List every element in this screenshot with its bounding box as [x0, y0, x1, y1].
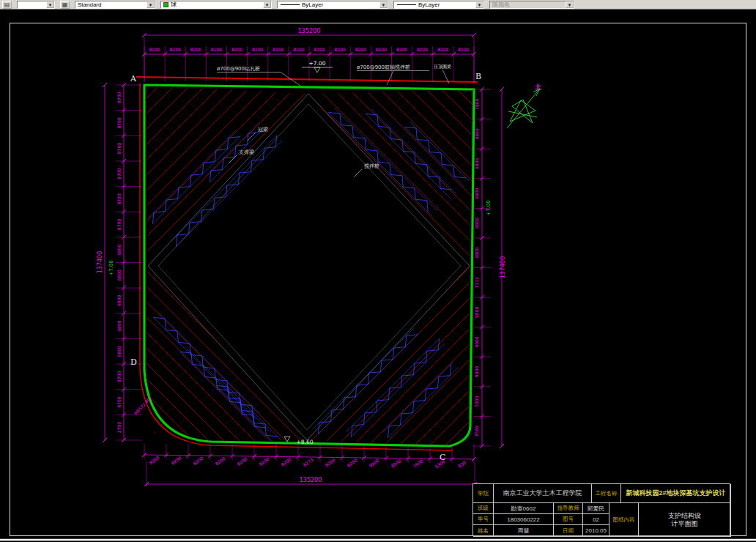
elevation-top: +7.00: [309, 60, 326, 67]
project-value: 新城科技园2#地块深基坑支护设计: [621, 484, 731, 503]
class-value: 勘查0602: [494, 503, 554, 514]
dim-label: 8700: [116, 396, 122, 407]
lineweight-value: ByLayer: [416, 1, 475, 8]
linetype-preview-icon: [281, 4, 300, 5]
dim-label: 137400: [97, 251, 103, 274]
mixing-pile-label: 搅拌桩: [364, 163, 379, 169]
dim-label: 6800: [116, 346, 122, 357]
dim-label: 6800: [116, 295, 122, 306]
linetype-combo[interactable]: ByLayer ▼: [277, 1, 388, 9]
dim-label: 8200: [170, 47, 181, 52]
dim-label: 9900: [368, 458, 380, 469]
dim-label: 135200: [298, 28, 321, 34]
lineweight-combo[interactable]: ByLayer ▼: [393, 1, 484, 9]
dim-label: 8200: [314, 47, 325, 52]
dim-label: 8200: [293, 47, 304, 52]
dim-label: 9000: [474, 366, 479, 377]
chevron-down-icon: ▼: [566, 1, 574, 8]
corner-label-c: C: [440, 453, 445, 462]
elevation-right: +7.00: [486, 200, 492, 215]
title-block: 学院 南京工业大学土木工程学院 工程名称 新城科技园2#地块深基坑支护设计 班级…: [472, 483, 730, 536]
dim-label: 8200: [231, 47, 242, 52]
dim-label: 8200: [273, 47, 284, 52]
draw-tool-icon[interactable]: ▤: [2, 1, 12, 9]
pit-outline: [144, 85, 474, 446]
content-line-1: 支护结构设: [668, 512, 701, 520]
dim-label: 2700: [116, 422, 122, 433]
date-label: 日期: [554, 525, 583, 537]
dim-label: 6800: [116, 320, 122, 331]
cap-beam-label: 压顶圈梁: [434, 64, 451, 70]
dim-label: 8200: [214, 456, 226, 467]
chevron-down-icon[interactable]: ▼: [379, 1, 388, 8]
layers-icon[interactable]: ▦: [60, 1, 70, 9]
project-label: 工程名称: [592, 484, 621, 503]
content-label: 图纸内容: [609, 503, 639, 537]
brace-truss: [366, 114, 452, 190]
brace-beam-label: 支撑梁: [239, 149, 254, 155]
dim-label: 830: [457, 459, 467, 468]
chevron-down-icon[interactable]: ▼: [46, 1, 54, 8]
dim-label: 6800: [116, 270, 122, 281]
dim-label: 8200: [376, 47, 387, 52]
dim-label: 8200: [236, 456, 248, 467]
dim-label: 7113: [474, 277, 479, 288]
dim-label: 135200: [300, 477, 322, 483]
student-id-label: 学号: [473, 514, 494, 525]
linetype-value: ByLayer: [300, 1, 379, 8]
content-value: 支护结构设 计平面图: [639, 503, 731, 537]
brace-trusses: [147, 107, 469, 445]
chevron-down-icon[interactable]: ▼: [475, 1, 483, 8]
dim-label: 8200: [211, 47, 222, 52]
text-style-value: Standard: [75, 1, 147, 8]
dim-label: 8200: [252, 47, 263, 52]
layer-combo[interactable]: 球 ▼: [160, 1, 272, 9]
dim-label: 8700: [116, 371, 122, 382]
dim-label: 9000: [474, 307, 479, 318]
layer-color-chip: [163, 2, 168, 7]
north-arrow-icon: [507, 89, 540, 128]
chevron-down-icon[interactable]: ▼: [263, 1, 271, 8]
dim-label: 6800: [474, 218, 479, 229]
school-value: 南京工业大学土木工程学院: [494, 484, 592, 503]
brace-truss: [217, 386, 278, 437]
fillet-radius-label: R8572.40: [133, 396, 152, 415]
mixing-pile-row-label: ø700@900双轴搅拌桩: [357, 64, 410, 70]
dim-label: 8700: [116, 143, 122, 154]
text-style-combo[interactable]: Standard ▼: [75, 1, 155, 9]
dim-label: 7800: [474, 98, 479, 109]
dim-label: 8200: [258, 456, 270, 467]
student-id-value: 1803060222: [494, 514, 554, 525]
dim-label: 8200: [458, 47, 469, 52]
dim-label: 8700: [116, 92, 122, 103]
dim-label: 8700: [116, 219, 122, 230]
advisor-value: 郭爱民: [583, 503, 609, 514]
class-label: 班级: [473, 503, 494, 514]
drawing-canvas[interactable]: 1352008200820082008200820082008200820082…: [0, 10, 756, 542]
school-label: 学院: [473, 484, 494, 503]
dim-label: 8360: [148, 455, 160, 466]
dim-label: 8200: [335, 47, 346, 52]
quick-select-combo[interactable]: ▼: [17, 1, 55, 9]
bored-pile-label: ø700@900钻孔桩: [217, 65, 260, 72]
content-line-2: 计平面图: [672, 520, 698, 528]
dim-label: 7500: [474, 426, 479, 437]
date-value: 2010.05: [583, 525, 609, 537]
name-value: 周健: [494, 525, 554, 537]
layer-value: 球: [168, 1, 263, 9]
dim-label: 8200: [437, 47, 448, 52]
dim-label: 6800: [474, 158, 479, 169]
dim-label: 8200: [170, 455, 182, 466]
dim-label: 8700: [116, 193, 122, 204]
dim-label: 8200: [280, 456, 292, 467]
red-cap-lines: [136, 77, 478, 450]
brace-truss: [177, 136, 277, 246]
dim-label: 8200: [417, 47, 428, 52]
dim-label: 8700: [116, 168, 122, 179]
dim-label: 8200: [396, 47, 407, 52]
chevron-down-icon[interactable]: ▼: [147, 1, 155, 8]
toolbar: ▤ ▼ ▦ Standard ▼ 球 ▼ ByLayer ▼ ByLayer ▼…: [0, 0, 756, 10]
north-label: 北: [535, 83, 541, 91]
dim-label: 6800: [474, 128, 479, 139]
dim-label: 8273: [302, 457, 314, 468]
